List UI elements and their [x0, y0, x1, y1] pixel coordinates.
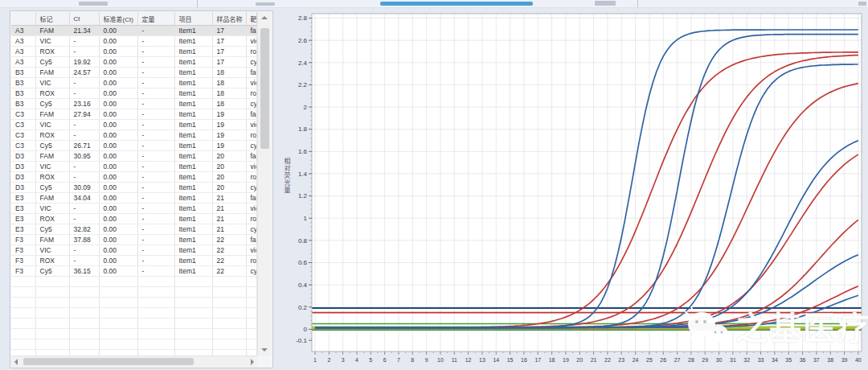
- empty-table-row: [11, 329, 256, 339]
- empty-table-row: [11, 287, 256, 298]
- horizontal-scroll-thumb[interactable]: [23, 358, 194, 365]
- x-tick-label: 21: [591, 357, 597, 363]
- table-cell: -: [137, 141, 174, 151]
- vertical-scroll-thumb[interactable]: [260, 28, 269, 149]
- table-row[interactable]: D3Cy530.090.00-Item120cy5: [11, 183, 256, 193]
- table-row[interactable]: E3FAM34.040.00-Item121fam: [11, 193, 256, 204]
- table-row[interactable]: A3FAM21.340.00-Item117fam: [11, 26, 256, 36]
- table-cell: 34.04: [69, 193, 99, 204]
- table-cell: [35, 308, 69, 319]
- table-cell: -: [137, 151, 174, 162]
- table-cell: -: [69, 36, 99, 47]
- table-cell: [11, 277, 35, 287]
- table-row[interactable]: B3FAM24.570.00-Item118fam: [11, 68, 256, 78]
- column-header[interactable]: 定量: [137, 12, 174, 26]
- table-row[interactable]: F3FAM37.880.00-Item122fam: [11, 235, 256, 245]
- table-cell: Item1: [174, 183, 212, 193]
- table-cell: 0.00: [99, 109, 137, 120]
- table-cell: [99, 329, 137, 339]
- table-cell: Item1: [174, 235, 212, 245]
- column-header[interactable]: 标准差(Ct): [99, 12, 137, 26]
- table-row[interactable]: C3ROX-0.00-Item119rox: [11, 130, 256, 141]
- table-cell: A3: [11, 47, 35, 57]
- table-row[interactable]: F3VIC-0.00-Item122vic: [11, 245, 256, 256]
- table-row[interactable]: E3Cy532.820.00-Item121cy5: [11, 224, 256, 235]
- scroll-left-icon[interactable]: [14, 359, 18, 365]
- x-tick-label: 26: [660, 357, 666, 363]
- table-cell: -: [69, 204, 99, 214]
- amplification-plot: 1234567891011121314151617181920212223242…: [277, 0, 868, 370]
- x-tick-label: 7: [397, 357, 400, 363]
- column-header[interactable]: 靶标: [246, 12, 256, 26]
- table-header-row[interactable]: 标记Ct标准差(Ct)定量项目样品名称靶标: [11, 12, 256, 26]
- scroll-up-icon[interactable]: [261, 16, 268, 19]
- table-cell: -: [137, 36, 174, 47]
- y-tick-label: 2.2: [298, 81, 308, 88]
- scroll-right-icon[interactable]: [251, 359, 254, 365]
- table-row[interactable]: D3VIC-0.00-Item120vic: [11, 162, 256, 172]
- table-cell: Item1: [174, 130, 212, 141]
- table-cell: [212, 350, 246, 356]
- table-cell: [35, 339, 69, 350]
- scroll-down-icon[interactable]: [261, 348, 268, 352]
- table-cell: [99, 319, 137, 329]
- table-row[interactable]: D3FAM30.950.00-Item120fam: [11, 151, 256, 162]
- table-cell: C3: [11, 130, 35, 141]
- column-header[interactable]: Ct: [69, 12, 99, 26]
- column-header[interactable]: 标记: [35, 12, 69, 26]
- table-cell: Item1: [174, 68, 212, 78]
- empty-table-row: [11, 339, 256, 350]
- vertical-scrollbar[interactable]: [257, 12, 272, 356]
- table-row[interactable]: B3Cy523.160.00-Item118cy5: [11, 99, 256, 109]
- table-cell: [212, 308, 246, 319]
- table-row[interactable]: E3VIC-0.00-Item121vic: [11, 204, 256, 214]
- table-cell: -: [137, 120, 174, 130]
- table-row[interactable]: A3VIC-0.00-Item117vic: [11, 36, 256, 47]
- table-row[interactable]: A3ROX-0.00-Item117rox: [11, 47, 256, 57]
- results-table-wrap: 标记Ct标准差(Ct)定量项目样品名称靶标 A3FAM21.340.00-Ite…: [11, 12, 257, 356]
- table-cell: [11, 287, 35, 298]
- table-cell: [69, 287, 99, 298]
- x-tick-label: 39: [841, 357, 848, 363]
- table-cell: [11, 329, 35, 339]
- table-cell: [69, 339, 99, 350]
- table-cell: vic: [246, 120, 256, 130]
- table-row[interactable]: E3ROX-0.00-Item121rox: [11, 214, 256, 224]
- table-cell: [174, 298, 212, 308]
- table-cell: 24.57: [69, 68, 99, 78]
- table-cell: [99, 308, 137, 319]
- column-header[interactable]: 样品名称: [212, 12, 246, 26]
- y-tick-label: 1.6: [298, 148, 308, 155]
- table-row[interactable]: F3ROX-0.00-Item122rox: [11, 256, 256, 266]
- table-row[interactable]: B3VIC-0.00-Item118vic: [11, 78, 256, 88]
- table-cell: [69, 350, 99, 356]
- table-cell: -: [69, 256, 99, 266]
- table-cell: 0.00: [99, 224, 137, 235]
- table-cell: 20: [212, 151, 246, 162]
- table-cell: 22: [212, 256, 246, 266]
- table-row[interactable]: C3FAM27.940.00-Item119fam: [11, 109, 256, 120]
- table-cell: ROX: [35, 47, 69, 57]
- table-cell: 19: [212, 109, 246, 120]
- table-cell: [69, 319, 99, 329]
- table-cell: A3: [11, 57, 35, 68]
- table-cell: [174, 277, 212, 287]
- table-cell: 27.94: [69, 109, 99, 120]
- table-cell: [35, 319, 69, 329]
- table-row[interactable]: B3ROX-0.00-Item118rox: [11, 88, 256, 99]
- y-tick-label: 1: [304, 215, 308, 222]
- table-row[interactable]: C3VIC-0.00-Item119vic: [11, 120, 256, 130]
- column-header[interactable]: 项目: [174, 12, 212, 26]
- table-cell: -: [137, 245, 174, 256]
- table-cell: fam: [246, 26, 256, 36]
- table-row[interactable]: F3Cy536.150.00-Item122cy5: [11, 266, 256, 277]
- table-row[interactable]: C3Cy526.710.00-Item119cy5: [11, 141, 256, 151]
- column-header[interactable]: [11, 12, 35, 26]
- table-cell: [99, 298, 137, 308]
- table-row[interactable]: A3Cy519.920.00-Item117cy5: [11, 57, 256, 68]
- horizontal-scrollbar[interactable]: [11, 356, 257, 367]
- table-cell: Cy5: [35, 266, 69, 277]
- table-cell: cy5: [246, 183, 256, 193]
- table-row[interactable]: D3ROX-0.00-Item120rox: [11, 172, 256, 183]
- table-cell: FAM: [35, 235, 69, 245]
